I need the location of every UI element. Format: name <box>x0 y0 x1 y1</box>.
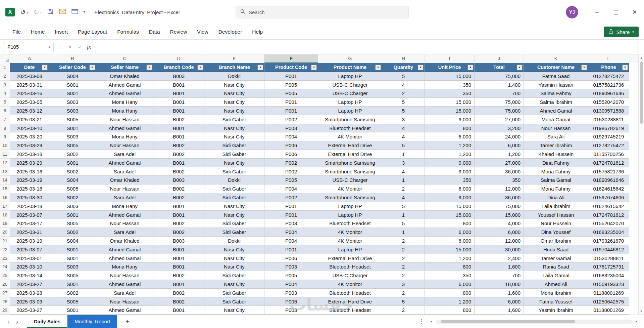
cell-K25[interactable]: Laila Gamal <box>524 271 588 280</box>
column-filter-header-unit-price[interactable]: Unit Price▼ <box>425 63 475 72</box>
row-number-24[interactable]: 24 <box>0 262 10 271</box>
cell-I11[interactable]: 1,200 <box>425 150 475 159</box>
cell-H15[interactable]: 2 <box>382 184 425 193</box>
cell-K15[interactable]: Mona Fahmy <box>524 184 588 193</box>
cell-L14[interactable]: 01890961646 <box>588 176 629 184</box>
cell-J25[interactable]: 700 <box>475 271 524 280</box>
ribbon-tab-page-layout[interactable]: Page Layout <box>73 24 112 39</box>
cell-K6[interactable]: Ahmed Gamal <box>524 107 588 115</box>
cell-B12[interactable]: S001 <box>49 159 96 167</box>
column-filter-header-phone[interactable]: Phone▼ <box>588 63 629 72</box>
cell-H24[interactable]: 2 <box>382 262 425 271</box>
cell-J8[interactable]: 3,200 <box>475 124 524 133</box>
row-number-17[interactable]: 17 <box>0 202 10 211</box>
cell-K3[interactable]: Yasmin Hassan <box>524 81 588 89</box>
cell-D24[interactable]: B001 <box>153 262 204 271</box>
cell-F25[interactable]: P005 <box>264 271 318 280</box>
cell-I21[interactable]: 6,000 <box>425 237 475 245</box>
row-number-25[interactable]: 25 <box>0 271 10 280</box>
qat-customize-icon[interactable]: ▾ <box>84 10 85 14</box>
cell-E22[interactable]: Nasr City <box>204 245 264 254</box>
tab-options-icon[interactable]: ⋮ <box>417 318 425 325</box>
cell-F29[interactable]: P003 <box>264 306 318 315</box>
filter-dropdown-icon[interactable]: ▼ <box>197 65 203 70</box>
column-filter-header-customer-name[interactable]: Customer Name▼ <box>524 63 588 72</box>
cell-J26[interactable]: 18,000 <box>475 280 524 289</box>
column-filter-header-product-code[interactable]: Product Code▼ <box>264 63 318 72</box>
column-filter-header-date[interactable]: Date▼ <box>10 63 49 72</box>
ribbon-tab-insert[interactable]: Insert <box>50 24 73 39</box>
scroll-up-icon[interactable]: ▲ <box>640 55 643 60</box>
cell-F11[interactable]: P006 <box>264 150 318 159</box>
filter-dropdown-icon[interactable]: ▼ <box>517 65 523 70</box>
cell-C26[interactable]: Ahmed Gamal <box>96 280 153 289</box>
cell-D11[interactable]: B002 <box>153 150 204 159</box>
cell-J9[interactable]: 24,000 <box>475 132 524 141</box>
cell-G8[interactable]: Bluetooth Headset <box>318 124 382 133</box>
cell-F15[interactable]: P004 <box>264 184 318 193</box>
cell-A16[interactable]: 2025-03-30 <box>10 193 49 202</box>
cell-B6[interactable]: S003 <box>49 107 96 115</box>
cell-I13[interactable]: 9,000 <box>425 167 475 176</box>
cell-H5[interactable]: 5 <box>382 98 425 107</box>
cell-L17[interactable]: 01624615642 <box>588 202 629 211</box>
cell-C17[interactable]: Mona Hany <box>96 202 153 211</box>
scroll-left-icon[interactable]: ◂ <box>429 319 434 324</box>
cell-G29[interactable]: Bluetooth Headset <box>318 306 382 315</box>
cell-J16[interactable]: 36,000 <box>475 193 524 202</box>
cell-F22[interactable]: P001 <box>264 245 318 254</box>
cell-D16[interactable]: B002 <box>153 193 204 202</box>
cell-F19[interactable]: P003 <box>264 219 318 228</box>
cell-J22[interactable]: 30,000 <box>475 245 524 254</box>
cell-A5[interactable]: 2025-03-05 <box>10 98 49 107</box>
cell-E27[interactable]: Sidi Gaber <box>204 289 264 297</box>
ribbon-tab-formulas[interactable]: Formulas <box>112 24 144 39</box>
filter-dropdown-icon[interactable]: ▼ <box>311 65 317 70</box>
cell-D17[interactable]: B001 <box>153 202 204 211</box>
cell-C13[interactable]: Sara Adel <box>96 167 153 176</box>
ribbon-tab-review[interactable]: Review <box>165 24 192 39</box>
cell-F3[interactable]: P005 <box>264 81 318 89</box>
row-number-10[interactable]: 10 <box>0 141 10 150</box>
cell-K24[interactable]: Rania Saad <box>524 262 588 271</box>
cell-C25[interactable]: Nour Hassan <box>96 271 153 280</box>
cell-B18[interactable]: S001 <box>49 211 96 219</box>
cell-C20[interactable]: Sara Adel <box>96 228 153 237</box>
cell-K2[interactable]: Fatma Saad <box>524 72 588 81</box>
cell-L12[interactable]: 01724781612 <box>588 159 629 167</box>
user-avatar[interactable]: YJ <box>566 6 578 18</box>
cell-I12[interactable]: 9,000 <box>425 159 475 167</box>
row-number-6[interactable]: 6 <box>0 107 10 115</box>
cell-F5[interactable]: P001 <box>264 98 318 107</box>
cell-G19[interactable]: Bluetooth Headset <box>318 219 382 228</box>
cell-K13[interactable]: Mona Fahmy <box>524 167 588 176</box>
cell-E21[interactable]: Dokki <box>204 237 264 245</box>
cell-E10[interactable]: Sidi Gaber <box>204 141 264 150</box>
cell-J17[interactable]: 75,000 <box>475 202 524 211</box>
cell-G5[interactable]: Laptop HP <box>318 98 382 107</box>
cell-L16[interactable]: 01597674606 <box>588 193 629 202</box>
cell-L23[interactable]: 01530288811 <box>588 254 629 263</box>
minimize-button[interactable]: – <box>588 0 606 24</box>
cell-F24[interactable]: P003 <box>264 262 318 271</box>
cell-A29[interactable]: 2025-03-27 <box>10 306 49 315</box>
cell-A20[interactable]: 2025-03-31 <box>10 228 49 237</box>
cell-L19[interactable]: 01552042070 <box>588 219 629 228</box>
cell-H28[interactable]: 5 <box>382 297 425 306</box>
cell-A12[interactable]: 2025-03-29 <box>10 159 49 167</box>
cell-G4[interactable]: USB-C Charger <box>318 89 382 98</box>
cell-J29[interactable]: 1,600 <box>475 306 524 315</box>
cell-B17[interactable]: S003 <box>49 202 96 211</box>
cell-B9[interactable]: S003 <box>49 132 96 141</box>
column-header-G[interactable]: G <box>318 54 382 63</box>
cell-E18[interactable]: Nasr City <box>204 211 264 219</box>
cell-A23[interactable]: 2025-03-01 <box>10 254 49 263</box>
cell-F26[interactable]: P004 <box>264 280 318 289</box>
cell-K5[interactable]: Salma Ibrahim <box>524 98 588 107</box>
cell-H2[interactable]: 5 <box>382 72 425 81</box>
cell-D13[interactable]: B002 <box>153 167 204 176</box>
cell-L6[interactable]: 01309571588 <box>588 107 629 115</box>
cell-K21[interactable]: Omar Ibrahim <box>524 237 588 245</box>
cell-E13[interactable]: Sidi Gaber <box>204 167 264 176</box>
cell-B5[interactable]: S003 <box>49 98 96 107</box>
